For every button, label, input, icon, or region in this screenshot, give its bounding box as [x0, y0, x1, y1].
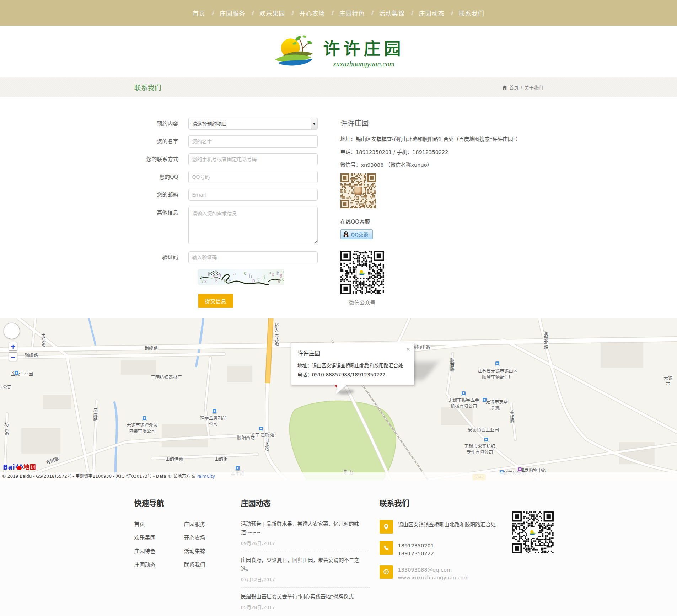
footer-link-6[interactable]: 活动集锦 — [184, 547, 234, 555]
footer-quick-nav: 快速导航 首页庄园服务欢乐果园开心农场庄园特色活动集锦庄园动态联系我们 — [134, 497, 241, 615]
globe-icon — [380, 565, 393, 579]
qr-center-logo — [356, 267, 368, 278]
public-account-label: 微信公众号 — [340, 299, 384, 306]
footer-link-1[interactable]: 首页 — [134, 520, 184, 527]
footer-link-2[interactable]: 庄园服务 — [184, 520, 234, 527]
news-item-title[interactable]: 民建锡山基层委员会举行"同心实践基地"揭牌仪式 — [241, 593, 370, 601]
captcha-letter: p — [252, 278, 255, 283]
map-label: 润锡北路 — [542, 331, 548, 349]
news-item-title[interactable]: 庄园食府，炎炎夏日，回归田园，聚会宴请的不二之选。 — [241, 556, 370, 573]
footer-phone-2: 18912350222 — [398, 550, 434, 557]
nav-item-3[interactable]: 欢乐果园 — [254, 9, 291, 17]
map-label: 凤威路 — [92, 408, 98, 422]
map-label: 福泰金属制品 公司 — [200, 415, 226, 427]
submit-button[interactable]: 提交信息 — [198, 294, 233, 308]
map-poi-icon[interactable] — [517, 467, 522, 472]
map-label: 村公司 — [0, 385, 12, 391]
form-input-4[interactable] — [188, 171, 318, 183]
infowindow-phone: 电话：0510-88857988/18912350222 — [297, 370, 408, 379]
nav-item-8[interactable]: 联系我们 — [453, 9, 490, 17]
nav-item-4[interactable]: 开心农场 — [294, 9, 331, 17]
info-title: 许许庄园 — [340, 118, 541, 128]
footer: 快速导航 首页庄园服务欢乐果园开心农场庄园特色活动集锦庄园动态联系我们 庄园动态… — [0, 480, 677, 616]
qq-service-label: 在线QQ客服 — [340, 218, 541, 225]
map-poi-icon[interactable] — [14, 370, 19, 375]
nav-item-1[interactable]: 首页 — [187, 9, 211, 17]
footer-link-7[interactable]: 庄园动态 — [134, 561, 184, 568]
footer-link-8[interactable]: 联系我们 — [184, 561, 234, 568]
baidu-logo-text-2: 地图 — [23, 462, 36, 471]
breadcrumb-bar: 联系我们 首页 / 关于我们 — [0, 77, 677, 97]
infowindow-close-icon[interactable]: × — [406, 346, 410, 353]
footer-phone-1: 18912350201 — [398, 542, 434, 550]
nav-item-6[interactable]: 活动集锦 — [374, 9, 410, 17]
contact-info-panel: 许许庄园 地址：锡山区安镇镇查桥吼山北路和胶阳路汇合处（百度地图搜索“许许庄园”… — [340, 118, 541, 308]
map-poi-icon[interactable] — [142, 416, 147, 421]
news-item: 民建锡山基层委员会举行"同心实践基地"揭牌仪式05月28日,2017 — [241, 593, 370, 610]
nav-item-5[interactable]: 庄园特色 — [334, 9, 371, 17]
page-title: 联系我们 — [134, 82, 161, 92]
palmcity-link[interactable]: PalmCity — [196, 474, 215, 479]
map-label: 吼山北路 — [263, 433, 269, 451]
site-domain: xuxuzhuangyuan.com — [323, 60, 404, 68]
form-label-3: 您的联系方式 — [134, 153, 188, 165]
map-poi-icon[interactable] — [259, 426, 263, 431]
captcha-letter: h — [249, 273, 252, 279]
form-label-4: 您的QQ — [134, 171, 188, 183]
farm-logo-icon — [273, 34, 318, 69]
nav-separator: ∕∕ — [291, 10, 294, 16]
main-content: 预约内容请选择预约项目▼您的名字您的联系方式您的QQ您的邮箱其他信息验证码 ck… — [0, 97, 677, 318]
footer-link-5[interactable]: 庄园特色 — [134, 547, 184, 555]
footer-link-3[interactable]: 欢乐果园 — [134, 534, 184, 541]
map-infowindow: × 许许庄园 地址：锡山区安镇镇查桥吼山北路和胶阳路汇合处 电话：0510-88… — [291, 343, 414, 385]
wechat-qr-avatar — [354, 186, 363, 195]
footer-nav-title: 快速导航 — [134, 497, 241, 508]
map-pan-control[interactable] — [4, 323, 20, 339]
form-input-3[interactable] — [188, 153, 318, 165]
captcha-letter: 8 — [278, 279, 280, 284]
map-zoom-in-button[interactable]: + — [9, 342, 17, 351]
breadcrumb-divider: / — [521, 85, 522, 90]
captcha-letter: x — [272, 272, 274, 277]
info-phone: 电话：18912350201 / 手机：18912350222 — [340, 148, 541, 155]
nav-item-7[interactable]: 庄园动态 — [413, 9, 450, 17]
nav-item-2[interactable]: 庄园服务 — [214, 9, 251, 17]
footer-web: 133093088@qq.com www.xuxuzhuangyuan.com — [398, 565, 469, 582]
captcha-letter: d — [282, 276, 284, 282]
map-poi-icon[interactable] — [212, 409, 217, 413]
breadcrumb-home-link[interactable]: 首页 — [509, 84, 519, 91]
location-pin-icon — [380, 520, 393, 534]
map-poi-icon[interactable] — [495, 361, 500, 366]
captcha-image[interactable]: ckxnyx8hwaehpciuxb8zd8 — [198, 269, 284, 285]
captcha-letter: x — [213, 273, 215, 279]
captcha-letter: b — [276, 270, 280, 277]
footer-website[interactable]: www.xuxuzhuangyuan.com — [398, 574, 469, 582]
baidu-map[interactable]: 尤沈路锡虞路锡虞路金茂工业园村公司三明纺织器材厂桥人民北路福泰金属制品 公司无锡… — [0, 318, 677, 480]
map-poi-icon[interactable] — [461, 391, 466, 396]
baidu-paw-icon — [15, 462, 23, 471]
booking-type-select[interactable]: 请选择预约项目 — [188, 118, 318, 130]
captcha-letter: u — [269, 270, 272, 275]
captcha-letter: e — [244, 270, 247, 276]
map-poi-icon[interactable] — [482, 397, 487, 402]
message-textarea[interactable] — [188, 207, 318, 244]
news-item-title[interactable]: 活动预告 | 品新鲜水果，尝诱人农家菜，忆儿时的味道!~~~ — [241, 520, 370, 537]
form-input-2[interactable] — [188, 135, 318, 148]
map-label: 江苏省无锡市锡山区 顺登车辆配件厂 — [478, 368, 518, 380]
form-input-5[interactable] — [188, 189, 318, 201]
map-poi-icon[interactable] — [484, 437, 489, 442]
captcha-letter: 8 — [215, 278, 218, 283]
map-label: 锡虞路 — [144, 346, 158, 352]
phone-icon — [380, 541, 393, 555]
map-zoom-out-button[interactable]: − — [9, 352, 17, 361]
footer-link-4[interactable]: 开心农场 — [184, 534, 234, 541]
map-poi-icon[interactable] — [235, 466, 240, 470]
header-logo-band: 许许庄园 xuxuzhuangyuan.com — [0, 26, 677, 77]
wechat-personal-qr — [340, 173, 376, 208]
qq-chat-button[interactable]: QQ交谈 — [340, 229, 373, 239]
map-label: 坊达路 — [3, 422, 9, 436]
form-label-5: 您的邮箱 — [134, 189, 188, 201]
form-input-7[interactable] — [188, 251, 318, 263]
map-label: 山韵佳苑 — [165, 456, 183, 462]
site-logo[interactable]: 许许庄园 xuxuzhuangyuan.com — [273, 34, 404, 69]
